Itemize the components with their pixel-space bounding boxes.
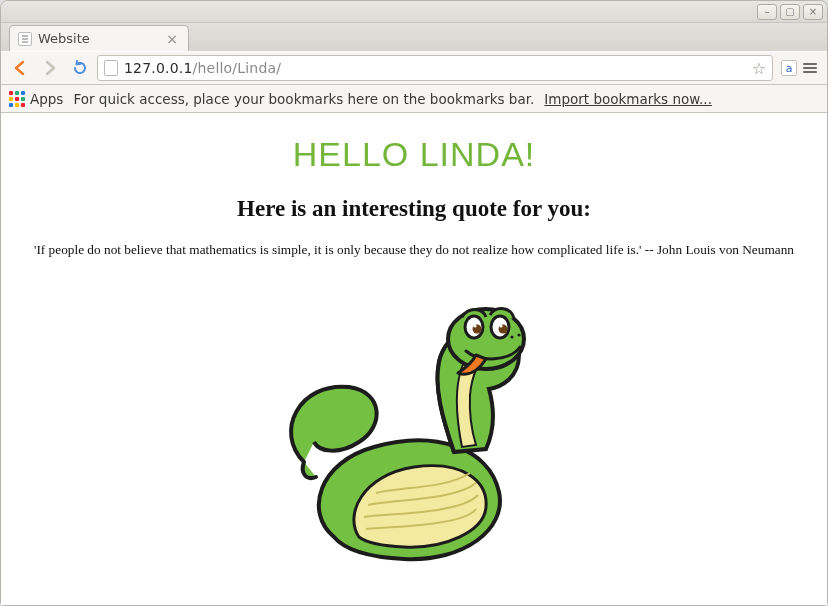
svg-point-6: [499, 325, 502, 328]
window-titlebar: – ▢ ×: [1, 1, 827, 23]
window-close-button[interactable]: ×: [803, 4, 823, 20]
apps-button[interactable]: Apps: [9, 91, 63, 107]
address-bar[interactable]: 127.0.0.1/hello/Linda/ ☆: [97, 55, 773, 81]
page-subheading: Here is an interesting quote for you:: [21, 196, 807, 222]
svg-point-8: [517, 334, 520, 337]
forward-button[interactable]: [37, 55, 63, 81]
menu-button[interactable]: [799, 57, 821, 79]
bookmarks-bar: Apps For quick access, place your bookma…: [1, 85, 827, 113]
window-maximize-button[interactable]: ▢: [780, 4, 800, 20]
url-text: 127.0.0.1/hello/Linda/: [124, 60, 281, 76]
page-icon: [104, 60, 118, 76]
toolbar: 127.0.0.1/hello/Linda/ ☆ a: [1, 51, 827, 85]
tab-active[interactable]: Website ×: [9, 25, 189, 51]
reload-button[interactable]: [67, 55, 93, 81]
snake-icon: [264, 277, 564, 577]
window-minimize-button[interactable]: –: [757, 4, 777, 20]
import-bookmarks-link[interactable]: Import bookmarks now...: [544, 91, 712, 107]
page-favicon-icon: [18, 32, 32, 46]
page-quote: 'If people do not believe that mathemati…: [24, 240, 804, 259]
url-host: 127.0.0.1: [124, 60, 193, 76]
svg-point-5: [473, 325, 476, 328]
browser-window: – ▢ × Website × 127.0.0.1/hello/Linda/ ☆: [0, 0, 828, 606]
back-button[interactable]: [7, 55, 33, 81]
apps-grid-icon: [9, 91, 25, 107]
tab-strip: Website ×: [1, 23, 827, 51]
bookmark-star-icon[interactable]: ☆: [752, 59, 766, 78]
page-viewport: Hello Linda! Here is an interesting quot…: [1, 113, 827, 605]
snake-illustration: [21, 277, 807, 577]
tab-title: Website: [38, 31, 158, 46]
toolbar-right-controls: a: [781, 57, 821, 79]
svg-point-7: [510, 336, 513, 339]
bookmarks-hint-text: For quick access, place your bookmarks h…: [73, 91, 534, 107]
page-heading: Hello Linda!: [21, 135, 807, 174]
translate-button[interactable]: a: [781, 60, 797, 76]
tab-close-button[interactable]: ×: [164, 31, 180, 47]
url-path: /hello/Linda/: [193, 60, 282, 76]
apps-label: Apps: [30, 91, 63, 107]
